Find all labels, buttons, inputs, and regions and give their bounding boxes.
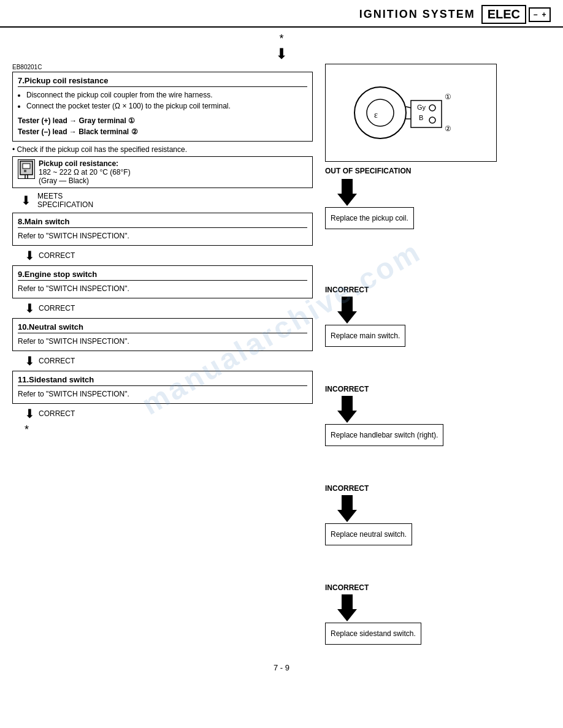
section7: EB80201C 7.Pickup coil resistance Discon… — [12, 64, 313, 209]
elec-badge: ELEC — [481, 5, 526, 24]
right-column: ε Gy B ① ② — [325, 64, 551, 651]
page-header: IGNITION SYSTEM ELEC − + — [0, 0, 563, 28]
svg-text:②: ② — [445, 124, 451, 133]
section11-incorrect-label: INCORRECT — [325, 583, 369, 592]
section8-incorrect-label: INCORRECT — [325, 286, 369, 294]
resistance-label: Pickup coil resistance: — [39, 159, 131, 168]
replace-neutral-label: Replace neutral switch. — [331, 530, 407, 539]
svg-rect-2 — [24, 170, 26, 172]
replace-pickup-label: Replace the pickup coil. — [331, 214, 408, 222]
svg-rect-1 — [23, 164, 30, 169]
section10: 10.Neutral switch Refer to "SWITCH INSPE… — [12, 318, 313, 367]
replace-handlebar-label: Replace handlebar switch (right). — [331, 431, 438, 439]
svg-rect-8 — [411, 100, 442, 127]
section8-box: 8.Main switch Refer to "SWITCH INSPECTIO… — [12, 213, 313, 246]
bottom-asterisk: * — [25, 423, 29, 436]
section10-correct-row: ⬇ CORRECT — [25, 355, 313, 367]
diagram-box: ε Gy B ① ② — [325, 64, 497, 162]
section10-instruction: Refer to "SWITCH INSPECTION". — [18, 336, 307, 347]
section7-check-text: • Check if the pickup coil has the speci… — [12, 145, 313, 154]
section9-right: INCORRECT Replace handlebar switch (righ… — [325, 385, 551, 446]
replace-neutral-box: Replace neutral switch. — [325, 523, 412, 545]
section8-incorrect-arrow — [337, 297, 357, 324]
section9-incorrect-label: INCORRECT — [325, 385, 369, 393]
battery-plus: + — [542, 10, 546, 19]
svg-point-9 — [429, 105, 435, 111]
section10-incorrect-label: INCORRECT — [325, 484, 369, 493]
section11-correct-row: ⬇ CORRECT — [25, 408, 313, 420]
section11-instruction: Refer to "SWITCH INSPECTION". — [18, 389, 307, 400]
main-content: * ⬇ EB80201C 7.Pickup coil resistance Di… — [0, 32, 563, 684]
page-title: IGNITION SYSTEM — [359, 8, 475, 21]
battery-icon: − + — [529, 7, 551, 22]
section7-tester-leads: Tester (+) lead → Gray terminal ① Tester… — [18, 115, 307, 137]
resistance-note: (Gray — Black) — [39, 176, 131, 185]
section7-bullet1: Disconnect the pickup coil coupler from … — [26, 89, 307, 100]
section7-bullet2: Connect the pocket tester (Ω × 100) to t… — [26, 100, 307, 112]
out-of-spec-arrow — [337, 179, 357, 206]
section8-correct-arrow: ⬇ — [25, 249, 35, 262]
section7-tester-box: Pickup coil resistance: 182 ~ 222 Ω at 2… — [12, 156, 313, 188]
replace-main-switch-label: Replace main switch. — [331, 332, 400, 340]
section9-title: 9.Engine stop switch — [18, 270, 307, 281]
resistance-info: Pickup coil resistance: 182 ~ 222 Ω at 2… — [39, 159, 131, 185]
replace-sidestand-box: Replace sidestand switch. — [325, 623, 421, 645]
section10-right: INCORRECT Replace neutral switch. — [325, 484, 551, 545]
replace-sidestand-label: Replace sidestand switch. — [331, 629, 416, 638]
tester-lead2: Tester (–) lead → Black terminal ② — [18, 126, 307, 137]
top-down-arrow: ⬇ — [275, 47, 288, 61]
spacer2 — [325, 353, 551, 385]
spacer4 — [325, 552, 551, 583]
section8: 8.Main switch Refer to "SWITCH INSPECTIO… — [12, 213, 313, 262]
section8-title: 8.Main switch — [18, 217, 307, 228]
section9-correct-row: ⬇ CORRECT — [25, 302, 313, 314]
section10-correct-label: CORRECT — [39, 357, 75, 365]
section8-correct-row: ⬇ CORRECT — [25, 249, 313, 262]
svg-point-5 — [354, 87, 406, 138]
top-asterisk: * — [279, 32, 283, 45]
svg-text:①: ① — [445, 93, 451, 101]
section8-instruction: Refer to "SWITCH INSPECTION". — [18, 230, 307, 241]
section11-title: 11.Sidestand switch — [18, 375, 307, 386]
section11-correct-arrow: ⬇ — [25, 408, 35, 420]
left-column: EB80201C 7.Pickup coil resistance Discon… — [12, 64, 313, 440]
section10-correct-arrow: ⬇ — [25, 355, 35, 367]
tester-device-icon — [18, 159, 35, 179]
resistance-value: 182 ~ 222 Ω at 20 °C (68°F) — [39, 168, 131, 176]
section9-box: 9.Engine stop switch Refer to "SWITCH IN… — [12, 265, 313, 298]
section9-correct-arrow: ⬇ — [25, 302, 35, 314]
section11-correct-label: CORRECT — [39, 409, 75, 418]
section10-incorrect-arrow — [337, 495, 357, 522]
section7-main-box: 7.Pickup coil resistance Disconnect the … — [12, 72, 313, 142]
svg-text:ε: ε — [374, 110, 378, 119]
section11-incorrect-arrow — [337, 594, 357, 621]
meets-spec-label: MEETSSPECIFICATION — [37, 192, 93, 209]
svg-point-6 — [367, 99, 394, 126]
coil-diagram: ε Gy B ① ② — [337, 70, 484, 156]
section7-content: Disconnect the pickup coil coupler from … — [18, 89, 307, 137]
svg-point-10 — [429, 117, 435, 123]
section9-correct-label: CORRECT — [39, 304, 75, 313]
meets-spec-row: ⬇ MEETSSPECIFICATION — [21, 192, 313, 209]
svg-text:Gy: Gy — [417, 104, 426, 111]
svg-line-15 — [406, 107, 411, 108]
section10-title: 10.Neutral switch — [18, 322, 307, 333]
svg-text:B: B — [419, 114, 423, 121]
battery-minus: − — [533, 10, 537, 19]
section9-instruction: Refer to "SWITCH INSPECTION". — [18, 283, 307, 294]
section9-incorrect-arrow — [337, 396, 357, 423]
section7-title: 7.Pickup coil resistance — [18, 76, 307, 87]
replace-main-switch-box: Replace main switch. — [325, 325, 405, 347]
section7-right: OUT OF SPECIFICATION Replace the pickup … — [325, 167, 551, 229]
section8-right: INCORRECT Replace main switch. — [325, 286, 551, 347]
out-of-spec-label: OUT OF SPECIFICATION — [325, 167, 411, 175]
replace-pickup-box: Replace the pickup coil. — [325, 207, 414, 229]
section10-box: 10.Neutral switch Refer to "SWITCH INSPE… — [12, 318, 313, 351]
page-number: 7 - 9 — [12, 663, 551, 672]
section9: 9.Engine stop switch Refer to "SWITCH IN… — [12, 265, 313, 314]
section11: 11.Sidestand switch Refer to "SWITCH INS… — [12, 371, 313, 436]
section8-correct-label: CORRECT — [39, 251, 75, 260]
top-arrow-area: * ⬇ — [12, 32, 551, 61]
section11-box: 11.Sidestand switch Refer to "SWITCH INS… — [12, 371, 313, 404]
bottom-asterisk-area: * — [25, 423, 313, 436]
